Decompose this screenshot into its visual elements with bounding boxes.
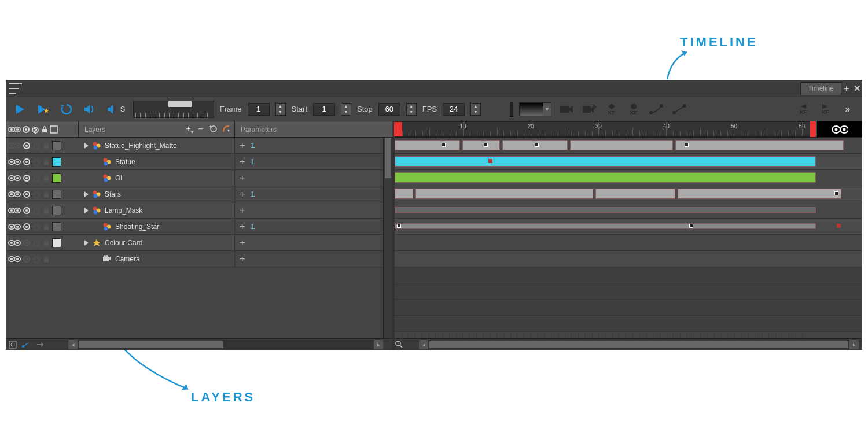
color-swatch[interactable] bbox=[52, 173, 61, 183]
solo-toggle[interactable] bbox=[23, 206, 31, 215]
add-param-button[interactable]: + bbox=[240, 157, 245, 167]
frame-input[interactable] bbox=[248, 103, 270, 116]
visibility-toggle[interactable] bbox=[8, 190, 21, 198]
solo-toggle[interactable] bbox=[23, 158, 31, 166]
overflow-button[interactable]: » bbox=[839, 101, 856, 118]
footer-target-button[interactable] bbox=[6, 339, 20, 350]
color-swatch[interactable] bbox=[52, 141, 61, 150]
solo-toggle[interactable] bbox=[23, 223, 31, 231]
visibility-toggle[interactable] bbox=[8, 255, 21, 263]
kf-diamond-button[interactable]: KF bbox=[604, 102, 620, 117]
lock-toggle[interactable] bbox=[42, 142, 50, 150]
solo-toggle[interactable] bbox=[23, 239, 31, 247]
layer-row[interactable]: Statue_Highlight_Matte + 1 bbox=[6, 138, 392, 154]
track-row[interactable] bbox=[395, 138, 862, 154]
lock-header-icon[interactable] bbox=[41, 125, 49, 134]
color-dropdown[interactable]: ▼ bbox=[519, 102, 551, 116]
layer-row[interactable]: Colour-Card + bbox=[6, 235, 392, 251]
add-param-button[interactable]: + bbox=[240, 189, 245, 199]
track-row[interactable] bbox=[395, 154, 862, 170]
stop-input[interactable] bbox=[378, 103, 400, 116]
kf-dot-button[interactable]: KF bbox=[626, 102, 642, 117]
tracks-area[interactable] bbox=[395, 138, 862, 338]
fps-input[interactable] bbox=[443, 103, 465, 116]
swatch-header-icon[interactable] bbox=[50, 125, 58, 134]
prev-kf-button[interactable]: KF bbox=[795, 102, 811, 117]
add-param-button[interactable]: + bbox=[240, 173, 245, 183]
visibility-toggle[interactable] bbox=[8, 206, 21, 215]
onion-header-icon[interactable] bbox=[31, 125, 39, 134]
layer-row[interactable]: Ol + bbox=[6, 170, 392, 186]
add-pegged-button[interactable]: + bbox=[208, 124, 217, 134]
scene-marker-arrow-button[interactable] bbox=[580, 101, 598, 118]
visibility-toggle[interactable] bbox=[8, 158, 21, 166]
lock-toggle[interactable] bbox=[42, 223, 50, 231]
footer-spline-button[interactable] bbox=[20, 339, 34, 350]
onion-toggle[interactable] bbox=[32, 223, 41, 231]
param-value[interactable]: 1 bbox=[251, 157, 255, 166]
linear-button[interactable] bbox=[671, 101, 688, 118]
expand-toggle[interactable] bbox=[84, 143, 89, 149]
lock-toggle[interactable] bbox=[42, 239, 50, 247]
stop-spinner[interactable]: ▲▼ bbox=[406, 103, 417, 116]
add-param-button[interactable]: + bbox=[240, 238, 245, 248]
layers-h-scrollbar[interactable]: ◂▸ bbox=[68, 340, 383, 349]
track-row[interactable] bbox=[395, 186, 862, 202]
track-row[interactable] bbox=[395, 251, 862, 267]
visibility-toggle[interactable] bbox=[8, 142, 21, 150]
layer-row[interactable]: Statue + 1 bbox=[6, 154, 392, 170]
layer-row[interactable]: Lamp_Mask + bbox=[6, 202, 392, 219]
param-value[interactable]: 1 bbox=[251, 222, 255, 231]
play-button[interactable] bbox=[12, 101, 29, 118]
footer-arrow-button[interactable] bbox=[34, 339, 47, 350]
panel-menu-icon[interactable] bbox=[9, 83, 22, 94]
add-param-button[interactable]: + bbox=[240, 221, 245, 232]
param-value[interactable]: 1 bbox=[251, 141, 255, 150]
lock-toggle[interactable] bbox=[42, 206, 50, 215]
add-param-button[interactable]: + bbox=[240, 254, 245, 264]
sound-scrub-button[interactable]: S bbox=[104, 101, 127, 118]
color-swatch[interactable] bbox=[52, 222, 61, 231]
fps-spinner[interactable]: ▲▼ bbox=[470, 103, 481, 116]
frame-ruler[interactable]: 102030405060 bbox=[395, 121, 862, 138]
solo-toggle[interactable] bbox=[23, 142, 31, 150]
visibility-toggle[interactable] bbox=[8, 239, 21, 247]
onion-toggle[interactable] bbox=[32, 174, 41, 182]
onion-toggle[interactable] bbox=[32, 239, 41, 247]
add-param-button[interactable]: + bbox=[240, 205, 245, 216]
layer-row[interactable]: Stars + 1 bbox=[6, 186, 392, 202]
timeline-h-scrollbar[interactable]: ◂▸ bbox=[419, 340, 859, 349]
solo-toggle[interactable] bbox=[23, 174, 31, 182]
solo-toggle[interactable] bbox=[23, 255, 31, 263]
add-layer-button[interactable]: +▾ bbox=[186, 124, 193, 135]
remove-layer-button[interactable]: − bbox=[198, 124, 203, 134]
start-spinner[interactable]: ▲▼ bbox=[341, 103, 351, 116]
track-row[interactable] bbox=[395, 202, 862, 219]
layer-row[interactable]: Camera + bbox=[6, 251, 392, 267]
vertical-scrollbar[interactable] bbox=[383, 138, 392, 338]
add-drawing-button[interactable]: + bbox=[222, 124, 231, 134]
visibility-header-icon[interactable] bbox=[8, 125, 21, 134]
color-swatch[interactable] bbox=[52, 206, 61, 215]
tab-timeline[interactable]: Timeline bbox=[800, 82, 841, 95]
onion-toggle[interactable] bbox=[32, 190, 41, 198]
lock-toggle[interactable] bbox=[42, 255, 50, 263]
lock-toggle[interactable] bbox=[42, 190, 50, 198]
frame-slider[interactable] bbox=[133, 101, 214, 118]
visibility-toggle[interactable] bbox=[8, 223, 21, 231]
add-tab-button[interactable]: + bbox=[841, 83, 852, 94]
zoom-tool-button[interactable] bbox=[395, 339, 404, 350]
color-swatch[interactable] bbox=[52, 190, 61, 199]
solo-toggle[interactable] bbox=[23, 190, 31, 198]
add-param-button[interactable]: + bbox=[240, 141, 245, 151]
close-tab-button[interactable]: ✕ bbox=[852, 83, 862, 94]
color-swatch[interactable] bbox=[52, 157, 61, 167]
frame-spinner[interactable]: ▲▼ bbox=[275, 103, 286, 116]
loop-button[interactable] bbox=[58, 101, 75, 118]
visibility-toggle[interactable] bbox=[8, 174, 21, 182]
track-row[interactable] bbox=[395, 170, 862, 186]
expand-toggle[interactable] bbox=[84, 191, 89, 197]
expand-toggle[interactable] bbox=[84, 240, 89, 246]
onion-toggle[interactable] bbox=[32, 255, 41, 263]
param-value[interactable]: 1 bbox=[251, 190, 255, 198]
